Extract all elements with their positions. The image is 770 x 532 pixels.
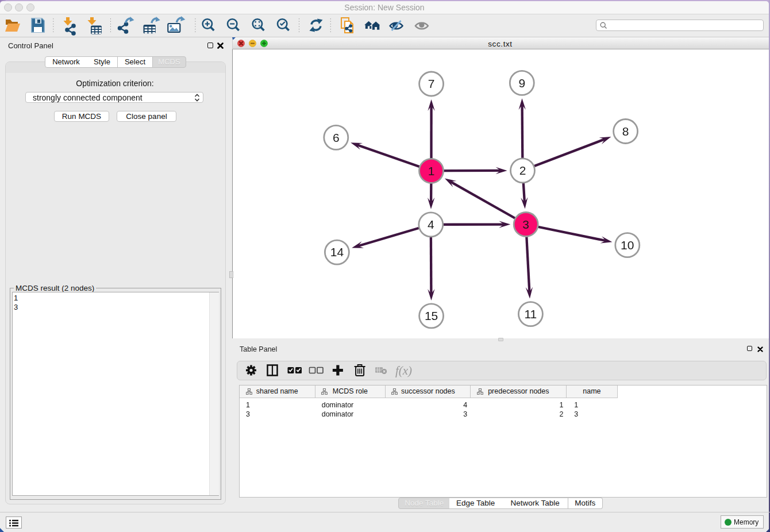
svg-text:11: 11 [524, 307, 537, 321]
svg-text:14: 14 [330, 245, 344, 259]
svg-text:15: 15 [425, 309, 438, 322]
svg-text:2: 2 [519, 164, 526, 177]
svg-text:4: 4 [428, 218, 434, 231]
svg-text:10: 10 [621, 238, 634, 252]
svg-text:8: 8 [622, 125, 629, 138]
svg-text:f(x): f(x) [395, 364, 412, 377]
svg-text:3: 3 [522, 218, 529, 231]
svg-text:9: 9 [518, 76, 525, 90]
svg-text:1: 1 [428, 164, 435, 178]
svg-text:6: 6 [333, 131, 340, 144]
svg-text:7: 7 [428, 77, 435, 90]
